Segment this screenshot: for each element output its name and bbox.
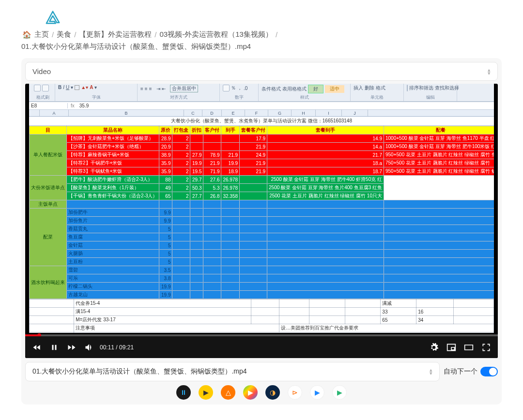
crumb-section[interactable]: 03视频-外卖运营教程（13集视频） bbox=[160, 30, 273, 39]
menu-table: 目菜品名称原价打包盒折扣客户付到手套餐客户付套餐到手配餐单人餐配米饭【招牌】无刺… bbox=[29, 126, 494, 299]
content-card: Video ▴▾ 格式刷 B I U ▾ ▲▾ A▾ 字体 ≡≡≡ ⇥⇤ 合并后… bbox=[21, 58, 502, 405]
file-select-label: 01.大餐饮小分化菜单与活动设计（酸菜鱼、蟹煲饭、焖锅饭类型）.mp4 bbox=[32, 367, 247, 376]
breadcrumb: 🏠 主页 / 美食 / 【更新】外卖运营教程 / 03视频-外卖运营教程（13集… bbox=[21, 30, 502, 39]
crumb-current: 01.大餐饮小分化菜单与活动设计（酸菜鱼、蟹煲饭、焖锅饭类型）.mp4 bbox=[21, 42, 502, 51]
site-logo[interactable] bbox=[45, 11, 502, 24]
player-app-icon[interactable]: ⊳ bbox=[288, 385, 302, 400]
name-box[interactable]: E8 bbox=[29, 103, 68, 108]
player-app-icon[interactable]: ⏸ bbox=[176, 385, 191, 400]
player-app-icon[interactable]: ▶ bbox=[332, 385, 347, 400]
crumb-home[interactable]: 主页 bbox=[34, 30, 49, 39]
crumb-course[interactable]: 【更新】外卖运营教程 bbox=[79, 30, 152, 39]
file-select[interactable]: 01.大餐饮小分化菜单与活动设计（酸菜鱼、蟹煲饭、焖锅饭类型）.mp4 ▴▾ bbox=[25, 362, 440, 381]
video-controls: 00:11 / 09:21 bbox=[25, 336, 498, 358]
video-player[interactable]: 格式刷 B I U ▾ ▲▾ A▾ 字体 ≡≡≡ ⇥⇤ 合并后居中 对齐方式 ％… bbox=[25, 84, 498, 358]
sheet-title: 大餐饮小份化（酸菜鱼、蟹煲、水煮鱼等）菜单与活动设计方案 微信：16651603… bbox=[29, 117, 494, 126]
crumb-sep: / bbox=[74, 30, 76, 39]
notes-table: 代金券15-4满减满15-43316M=店外代发 33-176534注意事项设…… bbox=[29, 299, 494, 333]
video-frame: 格式刷 B I U ▾ ▲▾ A▾ 字体 ≡≡≡ ⇥⇤ 合并后居中 对齐方式 ％… bbox=[29, 84, 494, 333]
player-app-icon[interactable]: ▶ bbox=[243, 385, 258, 400]
excel-ribbon: 格式刷 B I U ▾ ▲▾ A▾ 字体 ≡≡≡ ⇥⇤ 合并后居中 对齐方式 ％… bbox=[29, 84, 494, 102]
player-app-icon[interactable]: ▶ bbox=[199, 385, 213, 400]
spreadsheet: 大餐饮小份化（酸菜鱼、蟹煲、水煮鱼等）菜单与活动设计方案 微信：16651603… bbox=[29, 117, 494, 333]
formula-bar[interactable]: 35.9 bbox=[77, 103, 91, 108]
player-app-row: ⏸▶△▶◑⊳▶▶ bbox=[25, 385, 498, 400]
crumb-sep: / bbox=[154, 30, 156, 39]
pause-button[interactable] bbox=[49, 343, 59, 352]
crumb-sep: / bbox=[52, 30, 54, 39]
chevron-sort-icon: ▴▾ bbox=[430, 368, 432, 375]
pip-icon[interactable] bbox=[446, 343, 456, 352]
player-app-icon[interactable]: △ bbox=[221, 385, 235, 400]
player-app-icon[interactable]: ▶ bbox=[310, 385, 324, 400]
home-icon: 🏠 bbox=[22, 30, 31, 39]
auto-next-toggle[interactable] bbox=[480, 367, 498, 376]
cell-reference-bar: E8 fx 35.9 bbox=[29, 102, 494, 110]
fx-icon: fx bbox=[68, 103, 77, 108]
fullscreen-icon[interactable] bbox=[481, 343, 491, 352]
volume-icon[interactable] bbox=[84, 343, 94, 352]
column-headers: AB CD EF GH IJ bbox=[29, 110, 494, 117]
auto-next-label: 自动下一个 bbox=[444, 367, 477, 376]
theater-icon[interactable] bbox=[464, 343, 474, 352]
crumb-sep: / bbox=[276, 30, 277, 39]
player-app-icon[interactable]: ◑ bbox=[265, 385, 280, 400]
crumb-food[interactable]: 美食 bbox=[57, 30, 71, 39]
settings-icon[interactable] bbox=[429, 343, 439, 352]
auto-next: 自动下一个 bbox=[444, 362, 498, 376]
media-type-select[interactable]: Video ▴▾ bbox=[25, 62, 498, 81]
video-time: 00:11 / 09:21 bbox=[100, 344, 134, 351]
chevron-sort-icon: ▴▾ bbox=[488, 68, 491, 75]
forward-button[interactable] bbox=[67, 343, 77, 352]
media-type-label: Video bbox=[32, 67, 51, 75]
rewind-button[interactable] bbox=[32, 343, 42, 352]
